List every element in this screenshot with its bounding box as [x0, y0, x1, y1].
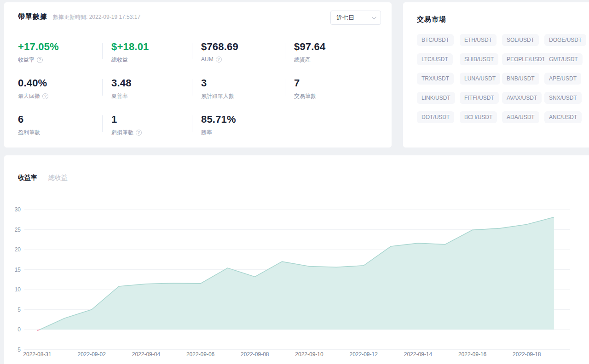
- help-icon[interactable]: ?: [136, 130, 142, 136]
- y-tick-label: 0: [17, 326, 21, 333]
- stat-value: $97.64: [294, 41, 382, 53]
- date-range-selected-label: 近七日: [336, 14, 354, 22]
- trading-markets-card: 交易市場 BTC/USDTETH/USDTSOL/USDTDOGE/USDTLT…: [403, 2, 589, 148]
- stat-總資產: $97.64總資產: [294, 41, 382, 77]
- x-tick-label: 2022-09-06: [186, 351, 215, 358]
- x-tick-label: 2022-09-12: [350, 351, 378, 358]
- x-tick-label: 2022-09-18: [513, 351, 541, 358]
- y-tick-label: 10: [15, 286, 21, 293]
- data-update-time: 數據更新時間: 2022-09-19 17:53:17: [53, 13, 140, 21]
- stat-label: 最大回撤?: [18, 92, 111, 100]
- stat-label: 交易筆數: [294, 92, 382, 100]
- market-pair-tags: BTC/USDTETH/USDTSOL/USDTDOGE/USDTLTC/USD…: [417, 34, 587, 123]
- market-pair-tag-sol[interactable]: SOL/USDT: [502, 34, 539, 46]
- stat-label-text: 總收益: [111, 56, 128, 64]
- stat-label-text: 勝率: [201, 129, 212, 136]
- x-tick-label: 2022-09-16: [458, 351, 487, 358]
- stat-value: 3.48: [111, 77, 201, 89]
- stat-value: 1: [111, 114, 201, 125]
- market-pair-tag-fitfi[interactable]: FITFI/USDT: [460, 92, 499, 104]
- stat-交易筆數: 7交易筆數: [294, 77, 382, 114]
- stat-label: 總收益: [111, 56, 201, 64]
- market-pair-tag-bch[interactable]: BCH/USDT: [460, 111, 497, 123]
- market-pair-tag-dot[interactable]: DOT/USDT: [417, 111, 454, 123]
- help-icon[interactable]: ?: [37, 57, 43, 63]
- stats-title: 帶單數據: [18, 12, 47, 21]
- stat-label-text: 累計跟單人數: [201, 92, 234, 100]
- market-pair-tag-btc[interactable]: BTC/USDT: [417, 34, 454, 46]
- y-tick-label: 25: [15, 227, 21, 233]
- stats-grid: +17.05%收益率?$+18.01總收益$768.69AUM?$97.64總資…: [18, 41, 382, 150]
- roi-area-chart[interactable]: 302520151050-52022-08-312022-09-022022-0…: [4, 155, 589, 364]
- x-tick-label: 2022-09-02: [78, 351, 106, 358]
- stat-label: 虧損筆數?: [111, 129, 201, 136]
- date-range-select[interactable]: 近七日: [330, 11, 381, 25]
- stat-value: 6: [18, 114, 111, 125]
- y-tick-label: 30: [15, 206, 21, 213]
- stat-label: 累計跟單人數: [201, 92, 294, 100]
- stat-label: 總資產: [294, 56, 382, 64]
- y-tick-label: 20: [15, 246, 21, 253]
- market-pair-tag-anc[interactable]: ANC/USDT: [544, 111, 582, 123]
- stat-value: 0.40%: [18, 77, 111, 89]
- stat-AUM: $768.69AUM?: [201, 41, 294, 77]
- market-pair-tag-ape[interactable]: APE/USDT: [544, 73, 581, 85]
- x-tick-label: 2022-09-14: [404, 351, 433, 358]
- y-tick-label: 15: [15, 267, 21, 273]
- stat-value: 7: [294, 77, 382, 89]
- y-tick-label: -5: [16, 347, 21, 353]
- stat-value: 3: [201, 77, 294, 89]
- market-pair-tag-trx[interactable]: TRX/USDT: [417, 73, 454, 85]
- stat-value: $768.69: [201, 41, 294, 53]
- market-pair-tag-snx[interactable]: SNX/USDT: [544, 92, 582, 104]
- stat-累計跟單人數: 3累計跟單人數: [201, 77, 294, 114]
- help-icon[interactable]: ?: [42, 93, 48, 99]
- market-pair-tag-gmt[interactable]: GMT/USDT: [544, 53, 583, 65]
- roi-area-fill: [40, 217, 554, 330]
- x-tick-label: 2022-09-10: [295, 351, 323, 358]
- y-tick-label: 5: [17, 307, 21, 313]
- market-pair-tag-eth[interactable]: ETH/USDT: [460, 34, 497, 46]
- stat-label-text: AUM: [201, 56, 214, 63]
- stat-label-text: 總資產: [294, 56, 311, 64]
- stat-label-text: 交易筆數: [294, 92, 316, 100]
- stat-label: AUM?: [201, 56, 294, 63]
- stat-夏普率: 3.48夏普率: [111, 77, 201, 114]
- stat-label: 盈利筆數: [18, 129, 111, 136]
- lead-trader-stats-card: 帶單數據 數據更新時間: 2022-09-19 17:53:17 近七日 +17…: [4, 2, 392, 148]
- stat-label-text: 最大回撤: [18, 92, 40, 100]
- stat-label-text: 收益率: [18, 56, 35, 64]
- stat-總收益: $+18.01總收益: [111, 41, 201, 77]
- stat-label-text: 盈利筆數: [18, 129, 40, 136]
- stat-label: 收益率?: [18, 56, 111, 64]
- x-tick-label: 2022-08-31: [23, 351, 52, 358]
- stat-label-text: 虧損筆數: [111, 129, 133, 136]
- market-pair-tag-people[interactable]: PEOPLE/USDT: [502, 53, 550, 65]
- market-pair-tag-avax[interactable]: AVAX/USDT: [502, 92, 542, 104]
- stat-value: $+18.01: [111, 41, 201, 53]
- stat-label: 夏普率: [111, 92, 201, 100]
- markets-title: 交易市場: [417, 15, 446, 24]
- stats-header: 帶單數據 數據更新時間: 2022-09-19 17:53:17: [18, 12, 140, 21]
- market-pair-tag-luna[interactable]: LUNA/USDT: [460, 73, 500, 85]
- stat-最大回撤: 0.40%最大回撤?: [18, 77, 111, 114]
- market-pair-tag-doge[interactable]: DOGE/USDT: [544, 34, 586, 46]
- stat-勝率: 85.71%勝率: [201, 114, 294, 150]
- stat-value: +17.05%: [18, 41, 111, 53]
- stat-value: 85.71%: [201, 114, 294, 125]
- stat-收益率: +17.05%收益率?: [18, 41, 111, 77]
- stat-label-text: 夏普率: [111, 92, 128, 100]
- market-pair-tag-link[interactable]: LINK/USDT: [417, 92, 455, 104]
- performance-chart-card: 收益率總收益 302520151050-52022-08-312022-09-0…: [4, 155, 589, 364]
- market-pair-tag-bnb[interactable]: BNB/USDT: [502, 73, 539, 85]
- x-tick-label: 2022-09-04: [132, 351, 161, 358]
- stat-虧損筆數: 1虧損筆數?: [111, 114, 201, 150]
- stat-盈利筆數: 6盈利筆數: [18, 114, 111, 150]
- market-pair-tag-ada[interactable]: ADA/USDT: [502, 111, 539, 123]
- stat-label: 勝率: [201, 129, 294, 136]
- chevron-down-icon: [372, 15, 376, 19]
- market-pair-tag-ltc[interactable]: LTC/USDT: [417, 53, 453, 65]
- market-pair-tag-shib[interactable]: SHIB/USDT: [460, 53, 498, 65]
- help-icon[interactable]: ?: [216, 57, 222, 63]
- x-tick-label: 2022-09-08: [241, 351, 269, 358]
